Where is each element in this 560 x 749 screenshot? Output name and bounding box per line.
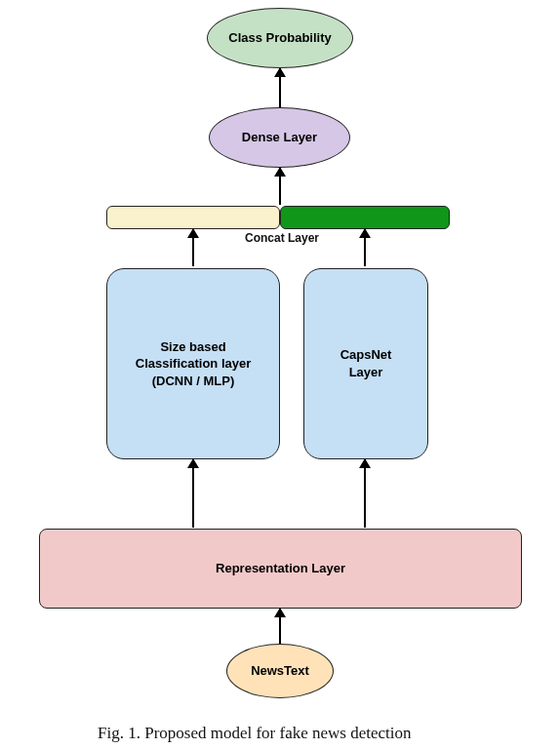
node-size-based-classification: Size based Classification layer (DCNN / …	[106, 268, 280, 459]
node-dense-layer: Dense Layer	[209, 107, 350, 168]
arrow-dense-to-classprob	[279, 68, 281, 107]
arrow-newstext-to-repr	[279, 609, 281, 644]
arrow-concat-to-dense	[279, 168, 281, 205]
figure-caption: Fig. 1. Proposed model for fake news det…	[98, 724, 412, 743]
node-newstext: NewsText	[226, 644, 334, 698]
concat-label: Concat Layer	[245, 231, 319, 245]
arrow-repr-to-capsnet	[364, 459, 366, 528]
node-capsnet-layer: CapsNet Layer	[303, 268, 428, 459]
concat-bar-left	[106, 206, 280, 229]
node-representation-layer: Representation Layer	[39, 529, 522, 609]
arrow-capsnet-to-concat	[364, 229, 366, 266]
node-class-probability: Class Probability	[207, 8, 353, 68]
concat-bar-right	[280, 206, 450, 229]
arrow-sizecls-to-concat	[192, 229, 194, 266]
arrow-repr-to-sizecls	[192, 459, 194, 528]
